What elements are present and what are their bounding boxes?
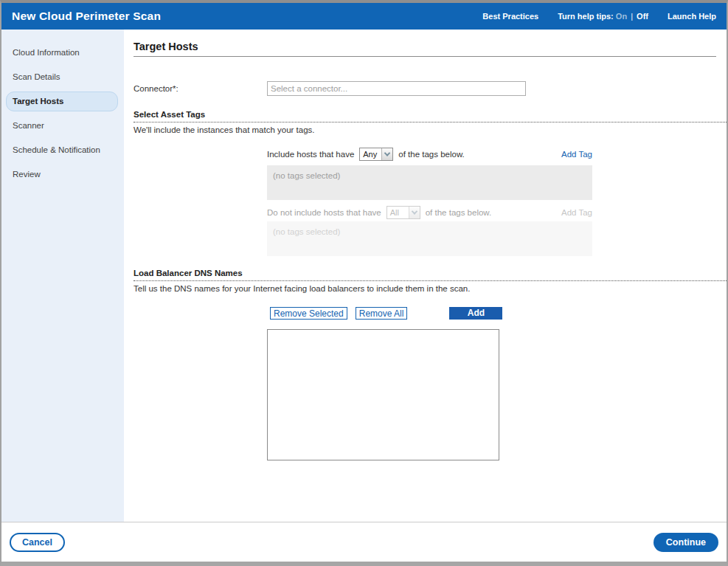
- chevron-down-icon: [381, 148, 392, 160]
- exclude-tags-box: (no tags selected): [267, 221, 592, 256]
- main-content: Target Hosts Connector*: Select Asset Ta…: [124, 30, 727, 522]
- sidebar-item-cloud-information[interactable]: Cloud Information: [6, 43, 118, 63]
- continue-button[interactable]: Continue: [654, 533, 718, 552]
- exclude-match-select-value: All: [387, 207, 409, 218]
- dns-list-toolbar: Remove Selected Remove All Add: [270, 307, 727, 320]
- remove-all-button[interactable]: Remove All: [356, 307, 408, 320]
- dns-names-listbox[interactable]: [267, 329, 499, 460]
- cancel-button[interactable]: Cancel: [10, 533, 65, 552]
- sidebar-item-scan-details[interactable]: Scan Details: [6, 67, 118, 87]
- connector-input[interactable]: [267, 81, 526, 96]
- remove-selected-button[interactable]: Remove Selected: [270, 307, 347, 320]
- include-text-after: of the tags below.: [398, 150, 465, 159]
- help-tips-off-option[interactable]: Off: [637, 12, 648, 21]
- sidebar-item-scanner[interactable]: Scanner: [6, 116, 118, 136]
- exclude-match-select: All: [386, 206, 420, 219]
- title-bar: New Cloud Perimeter Scan Best Practices …: [1, 3, 727, 30]
- connector-label: Connector*:: [134, 84, 267, 93]
- asset-tags-controls: Include hosts that have Any of the tags …: [267, 148, 592, 256]
- include-match-select[interactable]: Any: [359, 148, 393, 161]
- include-match-select-value: Any: [360, 148, 381, 160]
- new-cloud-perimeter-scan-window: New Cloud Perimeter Scan Best Practices …: [0, 0, 728, 566]
- title-divider: [134, 56, 716, 57]
- help-tips-label: Turn help tips:: [558, 12, 614, 21]
- load-balancer-heading: Load Balancer DNS Names: [134, 269, 727, 281]
- load-balancer-description: Tell us the DNS names for your Internet …: [134, 284, 727, 293]
- include-add-tag-link[interactable]: Add Tag: [561, 150, 592, 159]
- help-tips-toggle: Turn help tips: On | Off: [558, 12, 648, 21]
- window-title: New Cloud Perimeter Scan: [12, 10, 161, 23]
- sidebar-item-schedule-notification[interactable]: Schedule & Notification: [6, 140, 118, 160]
- footer-bar: Cancel Continue: [1, 522, 727, 562]
- help-tips-separator: |: [631, 12, 633, 21]
- sidebar-item-review[interactable]: Review: [6, 165, 118, 184]
- include-tags-box[interactable]: (no tags selected): [267, 165, 592, 200]
- body-row: Cloud Information Scan Details Target Ho…: [1, 30, 727, 522]
- page-title: Target Hosts: [134, 41, 727, 52]
- connector-row: Connector*:: [134, 81, 727, 96]
- help-tips-on-option[interactable]: On: [616, 12, 627, 21]
- asset-tags-description: We'll include the instances that match y…: [134, 125, 727, 134]
- launch-help-link[interactable]: Launch Help: [668, 12, 716, 21]
- wizard-step-sidebar: Cloud Information Scan Details Target Ho…: [1, 30, 124, 522]
- exclude-tags-row: Do not include hosts that have All of th…: [267, 206, 592, 218]
- exclude-text-before: Do not include hosts that have: [267, 208, 381, 217]
- exclude-text-after: of the tags below.: [426, 208, 492, 217]
- sidebar-item-target-hosts[interactable]: Target Hosts: [6, 92, 118, 111]
- best-practices-link[interactable]: Best Practices: [482, 12, 538, 21]
- select-asset-tags-heading: Select Asset Tags: [134, 110, 727, 122]
- chevron-down-icon: [409, 207, 420, 218]
- add-dns-button[interactable]: Add: [449, 307, 502, 320]
- include-tags-row: Include hosts that have Any of the tags …: [267, 148, 592, 161]
- include-text-before: Include hosts that have: [267, 150, 354, 159]
- exclude-add-tag-link: Add Tag: [561, 208, 592, 217]
